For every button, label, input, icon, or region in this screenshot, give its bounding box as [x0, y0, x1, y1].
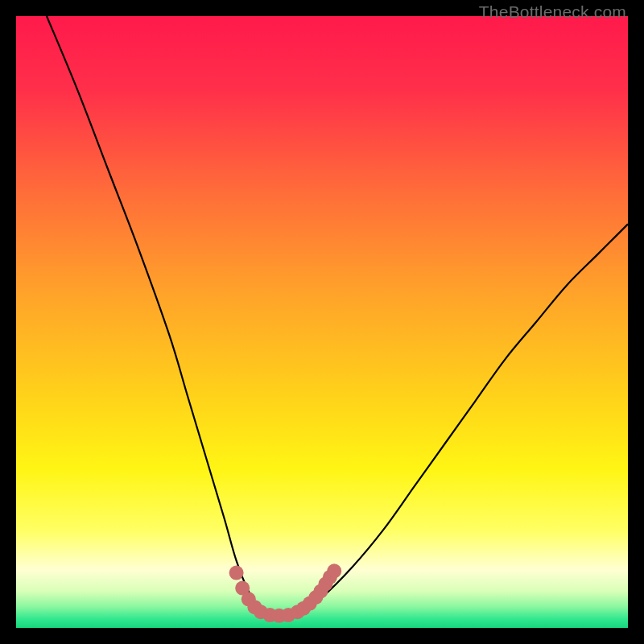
chart-frame [16, 16, 628, 628]
bottleneck-curve [47, 16, 628, 617]
chart-plot [16, 16, 628, 628]
marker-dot [229, 566, 244, 580]
dip-markers [229, 564, 342, 622]
marker-dot [327, 564, 341, 578]
watermark-text: TheBottleneck.com [479, 2, 626, 22]
